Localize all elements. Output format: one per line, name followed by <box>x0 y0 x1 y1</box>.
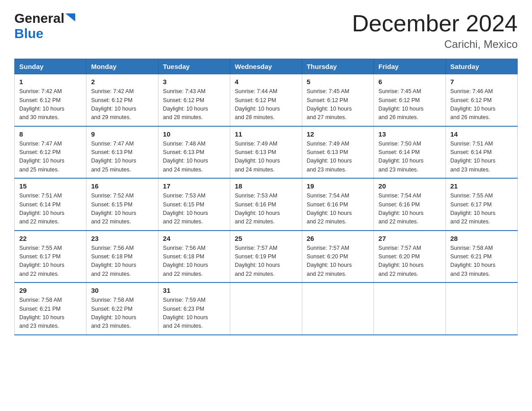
day-number: 6 <box>378 78 441 86</box>
day-number: 3 <box>163 78 225 86</box>
weekday-header: Wednesday <box>230 59 302 74</box>
day-info: Sunrise: 7:42 AMSunset: 6:12 PMDaylight:… <box>91 87 153 122</box>
calendar-header-row: SundayMondayTuesdayWednesdayThursdayFrid… <box>15 59 518 74</box>
calendar-day-cell: 16Sunrise: 7:52 AMSunset: 6:15 PMDayligh… <box>86 178 158 231</box>
day-info: Sunrise: 7:51 AMSunset: 6:14 PMDaylight:… <box>450 140 513 175</box>
calendar-day-cell: 29Sunrise: 7:58 AMSunset: 6:21 PMDayligh… <box>15 283 86 335</box>
calendar-title: December 2024 <box>352 11 518 36</box>
calendar-day-cell <box>302 283 373 335</box>
day-number: 5 <box>307 78 369 86</box>
calendar-day-cell: 7Sunrise: 7:46 AMSunset: 6:12 PMDaylight… <box>446 74 517 126</box>
day-number: 30 <box>91 287 153 294</box>
calendar-week-row: 1Sunrise: 7:42 AMSunset: 6:12 PMDaylight… <box>15 74 518 126</box>
weekday-header: Tuesday <box>158 59 230 74</box>
day-number: 12 <box>307 130 369 138</box>
calendar-day-cell: 31Sunrise: 7:59 AMSunset: 6:23 PMDayligh… <box>158 283 230 335</box>
calendar-day-cell: 19Sunrise: 7:54 AMSunset: 6:16 PMDayligh… <box>302 178 373 231</box>
day-info: Sunrise: 7:49 AMSunset: 6:13 PMDaylight:… <box>235 140 297 175</box>
day-info: Sunrise: 7:48 AMSunset: 6:13 PMDaylight:… <box>163 140 225 175</box>
day-info: Sunrise: 7:52 AMSunset: 6:15 PMDaylight:… <box>91 192 153 227</box>
day-number: 25 <box>235 235 297 242</box>
weekday-header: Friday <box>374 59 446 74</box>
calendar-day-cell: 9Sunrise: 7:47 AMSunset: 6:13 PMDaylight… <box>86 126 158 179</box>
day-number: 4 <box>235 78 297 86</box>
day-number: 27 <box>378 235 441 242</box>
day-info: Sunrise: 7:56 AMSunset: 6:18 PMDaylight:… <box>91 244 153 279</box>
calendar-day-cell: 10Sunrise: 7:48 AMSunset: 6:13 PMDayligh… <box>158 126 230 179</box>
day-number: 26 <box>307 235 369 242</box>
calendar-day-cell: 28Sunrise: 7:58 AMSunset: 6:21 PMDayligh… <box>446 231 517 283</box>
day-number: 11 <box>235 130 297 138</box>
day-number: 10 <box>163 130 225 138</box>
calendar-day-cell: 22Sunrise: 7:55 AMSunset: 6:17 PMDayligh… <box>15 231 86 283</box>
day-number: 21 <box>450 182 513 190</box>
logo: General Blue <box>14 11 75 41</box>
day-info: Sunrise: 7:51 AMSunset: 6:14 PMDaylight:… <box>19 192 82 227</box>
logo-blue: Blue <box>14 26 43 41</box>
day-info: Sunrise: 7:59 AMSunset: 6:23 PMDaylight:… <box>163 296 225 331</box>
day-number: 7 <box>450 78 513 86</box>
day-number: 19 <box>307 182 369 190</box>
day-info: Sunrise: 7:47 AMSunset: 6:12 PMDaylight:… <box>19 140 82 175</box>
day-info: Sunrise: 7:54 AMSunset: 6:16 PMDaylight:… <box>307 192 369 227</box>
calendar-day-cell: 23Sunrise: 7:56 AMSunset: 6:18 PMDayligh… <box>86 231 158 283</box>
day-number: 28 <box>450 235 513 242</box>
day-info: Sunrise: 7:46 AMSunset: 6:12 PMDaylight:… <box>450 87 513 122</box>
day-info: Sunrise: 7:53 AMSunset: 6:16 PMDaylight:… <box>235 192 297 227</box>
day-number: 20 <box>378 182 441 190</box>
day-number: 2 <box>91 78 153 86</box>
day-info: Sunrise: 7:49 AMSunset: 6:13 PMDaylight:… <box>307 140 369 175</box>
day-info: Sunrise: 7:43 AMSunset: 6:12 PMDaylight:… <box>163 87 225 122</box>
logo-general: General <box>14 11 64 26</box>
day-number: 23 <box>91 235 153 242</box>
logo-triangle-icon <box>65 13 75 23</box>
day-info: Sunrise: 7:57 AMSunset: 6:20 PMDaylight:… <box>378 244 441 279</box>
day-info: Sunrise: 7:50 AMSunset: 6:14 PMDaylight:… <box>378 140 441 175</box>
day-number: 29 <box>19 287 82 294</box>
calendar-day-cell: 11Sunrise: 7:49 AMSunset: 6:13 PMDayligh… <box>230 126 302 179</box>
day-info: Sunrise: 7:54 AMSunset: 6:16 PMDaylight:… <box>378 192 441 227</box>
day-number: 13 <box>378 130 441 138</box>
day-info: Sunrise: 7:47 AMSunset: 6:13 PMDaylight:… <box>91 140 153 175</box>
day-info: Sunrise: 7:56 AMSunset: 6:18 PMDaylight:… <box>163 244 225 279</box>
calendar-day-cell: 24Sunrise: 7:56 AMSunset: 6:18 PMDayligh… <box>158 231 230 283</box>
calendar-subtitle: Carichi, Mexico <box>352 38 518 51</box>
calendar-day-cell: 3Sunrise: 7:43 AMSunset: 6:12 PMDaylight… <box>158 74 230 126</box>
calendar-day-cell <box>230 283 302 335</box>
day-info: Sunrise: 7:58 AMSunset: 6:22 PMDaylight:… <box>91 296 153 331</box>
calendar-day-cell: 30Sunrise: 7:58 AMSunset: 6:22 PMDayligh… <box>86 283 158 335</box>
weekday-header: Sunday <box>15 59 86 74</box>
day-info: Sunrise: 7:58 AMSunset: 6:21 PMDaylight:… <box>450 244 513 279</box>
calendar-title-block: December 2024 Carichi, Mexico <box>352 11 518 51</box>
calendar-day-cell: 15Sunrise: 7:51 AMSunset: 6:14 PMDayligh… <box>15 178 86 231</box>
day-number: 8 <box>19 130 82 138</box>
svg-marker-0 <box>65 13 75 21</box>
day-info: Sunrise: 7:45 AMSunset: 6:12 PMDaylight:… <box>378 87 441 122</box>
calendar-week-row: 15Sunrise: 7:51 AMSunset: 6:14 PMDayligh… <box>15 178 518 231</box>
calendar-day-cell: 21Sunrise: 7:55 AMSunset: 6:17 PMDayligh… <box>446 178 517 231</box>
calendar-week-row: 8Sunrise: 7:47 AMSunset: 6:12 PMDaylight… <box>15 126 518 179</box>
calendar-day-cell: 17Sunrise: 7:53 AMSunset: 6:15 PMDayligh… <box>158 178 230 231</box>
day-info: Sunrise: 7:58 AMSunset: 6:21 PMDaylight:… <box>19 296 82 331</box>
day-number: 14 <box>450 130 513 138</box>
calendar-day-cell: 1Sunrise: 7:42 AMSunset: 6:12 PMDaylight… <box>15 74 86 126</box>
weekday-header: Saturday <box>446 59 517 74</box>
day-number: 9 <box>91 130 153 138</box>
calendar-day-cell: 12Sunrise: 7:49 AMSunset: 6:13 PMDayligh… <box>302 126 373 179</box>
calendar-day-cell: 4Sunrise: 7:44 AMSunset: 6:12 PMDaylight… <box>230 74 302 126</box>
weekday-header: Monday <box>86 59 158 74</box>
day-number: 22 <box>19 235 82 242</box>
calendar-table: SundayMondayTuesdayWednesdayThursdayFrid… <box>14 59 518 335</box>
day-number: 17 <box>163 182 225 190</box>
calendar-week-row: 22Sunrise: 7:55 AMSunset: 6:17 PMDayligh… <box>15 231 518 283</box>
day-info: Sunrise: 7:53 AMSunset: 6:15 PMDaylight:… <box>163 192 225 227</box>
calendar-day-cell: 14Sunrise: 7:51 AMSunset: 6:14 PMDayligh… <box>446 126 517 179</box>
day-number: 16 <box>91 182 153 190</box>
calendar-week-row: 29Sunrise: 7:58 AMSunset: 6:21 PMDayligh… <box>15 283 518 335</box>
day-info: Sunrise: 7:55 AMSunset: 6:17 PMDaylight:… <box>450 192 513 227</box>
day-info: Sunrise: 7:57 AMSunset: 6:19 PMDaylight:… <box>235 244 297 279</box>
calendar-day-cell: 27Sunrise: 7:57 AMSunset: 6:20 PMDayligh… <box>374 231 446 283</box>
calendar-day-cell: 26Sunrise: 7:57 AMSunset: 6:20 PMDayligh… <box>302 231 373 283</box>
calendar-day-cell: 2Sunrise: 7:42 AMSunset: 6:12 PMDaylight… <box>86 74 158 126</box>
day-number: 15 <box>19 182 82 190</box>
